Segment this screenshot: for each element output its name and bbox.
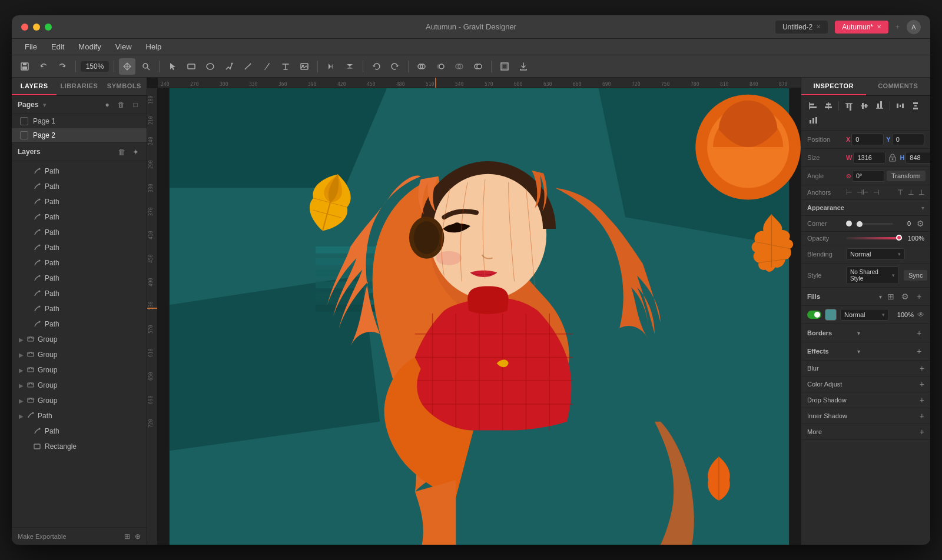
borders-add-icon[interactable]: + bbox=[914, 328, 924, 338]
anchor-center-h-icon[interactable]: ⊣⊢ bbox=[857, 188, 868, 196]
undo-button[interactable] bbox=[35, 58, 52, 75]
tab-untitled[interactable]: Untitled-2 ✕ bbox=[775, 21, 828, 34]
menu-edit[interactable]: Edit bbox=[45, 41, 70, 53]
tab-comments[interactable]: COMMENTS bbox=[866, 78, 931, 95]
layer-path-11[interactable]: Path bbox=[12, 316, 147, 332]
redo-button[interactable] bbox=[54, 58, 71, 75]
fill-toggle[interactable] bbox=[807, 311, 821, 319]
bool-difference-button[interactable] bbox=[470, 58, 486, 75]
tab-symbols[interactable]: SYMBOLS bbox=[102, 78, 147, 95]
layer-path-6[interactable]: Path bbox=[12, 240, 147, 255]
layer-group-3[interactable]: ▶ Group bbox=[12, 362, 147, 378]
layer-path-3[interactable]: Path bbox=[12, 194, 147, 209]
tab-inspector[interactable]: INSPECTOR bbox=[801, 78, 866, 95]
type-tool-button[interactable] bbox=[277, 58, 294, 75]
align-middle-v-button[interactable] bbox=[857, 99, 871, 112]
inner-shadow-row[interactable]: Inner Shadow + bbox=[801, 408, 930, 424]
layer-group-5[interactable]: ▶ Group bbox=[12, 393, 147, 408]
layer-group-4[interactable]: ▶ Group bbox=[12, 378, 147, 393]
transform-button[interactable]: Transform bbox=[887, 171, 926, 181]
angle-input[interactable] bbox=[852, 170, 884, 182]
fills-add-icon[interactable]: + bbox=[914, 291, 924, 302]
fill-type-select[interactable]: Normal ▾ bbox=[840, 309, 889, 321]
bezier-tool-button[interactable] bbox=[240, 58, 256, 75]
add-tab-icon[interactable]: + bbox=[895, 23, 900, 31]
page-add-icon[interactable]: □ bbox=[130, 99, 141, 110]
blending-select[interactable]: Normal ▾ bbox=[846, 248, 905, 260]
close-button[interactable] bbox=[21, 24, 28, 31]
zoom-tool-button[interactable] bbox=[138, 58, 154, 75]
maximize-button[interactable] bbox=[45, 24, 52, 31]
minimize-button[interactable] bbox=[33, 24, 40, 31]
page-visible-icon[interactable]: ● bbox=[102, 99, 112, 110]
position-x-input[interactable] bbox=[851, 134, 884, 145]
color-adjust-row[interactable]: Color Adjust + bbox=[801, 376, 930, 392]
layer-path-4[interactable]: Path bbox=[12, 209, 147, 225]
sync-button[interactable]: Sync bbox=[904, 270, 927, 281]
layer-rectangle[interactable]: Rectangle bbox=[12, 439, 147, 454]
align-center-h-button[interactable] bbox=[821, 99, 835, 112]
inner-shadow-add-icon[interactable]: + bbox=[920, 411, 924, 421]
layer-path-8[interactable]: Path bbox=[12, 271, 147, 286]
fill-color-swatch[interactable] bbox=[825, 309, 837, 321]
menu-view[interactable]: View bbox=[110, 41, 138, 53]
fills-gear-icon[interactable]: ⚙ bbox=[900, 291, 910, 302]
layer-path-12[interactable]: Path bbox=[12, 424, 147, 439]
fills-copy-icon[interactable]: ⊞ bbox=[885, 291, 896, 302]
color-adjust-add-icon[interactable]: + bbox=[920, 379, 924, 389]
drop-shadow-row[interactable]: Drop Shadow + bbox=[801, 392, 930, 408]
position-y-input[interactable] bbox=[892, 134, 924, 145]
style-select[interactable]: No Shared Style ▾ bbox=[846, 266, 899, 284]
distribute-v-button[interactable] bbox=[908, 99, 923, 112]
pen-tool-button[interactable] bbox=[221, 58, 237, 75]
borders-chevron[interactable]: ▾ bbox=[857, 330, 860, 336]
menu-help[interactable]: Help bbox=[140, 41, 168, 53]
opacity-slider[interactable] bbox=[846, 237, 902, 239]
tab-layers[interactable]: LAYERS bbox=[12, 78, 57, 95]
layer-add-icon[interactable]: ✦ bbox=[130, 146, 141, 157]
export-frame-icon[interactable]: ⊞ bbox=[124, 532, 130, 541]
more-add-icon[interactable]: + bbox=[920, 427, 924, 436]
image-tool-button[interactable] bbox=[296, 58, 313, 75]
appearance-section[interactable]: Appearance ▾ bbox=[801, 200, 930, 216]
flip-h-button[interactable] bbox=[323, 58, 339, 75]
tab-close-icon[interactable]: ✕ bbox=[816, 24, 821, 30]
layer-delete-icon[interactable]: 🗑 bbox=[116, 146, 127, 157]
page-2-item[interactable]: Page 2 bbox=[12, 128, 147, 142]
bool-intersect-button[interactable] bbox=[451, 58, 467, 75]
page-1-item[interactable]: Page 1 bbox=[12, 114, 147, 128]
anchor-center-v-icon[interactable]: ⊥ bbox=[908, 188, 914, 196]
more-row[interactable]: More + bbox=[801, 424, 930, 440]
frame-button[interactable] bbox=[496, 58, 513, 75]
corner-options-icon[interactable]: ⚙ bbox=[917, 219, 924, 228]
align-bottom-button[interactable] bbox=[873, 99, 887, 112]
size-h-input[interactable] bbox=[905, 152, 930, 164]
layer-path-1[interactable]: Path bbox=[12, 164, 147, 179]
flip-v-button[interactable] bbox=[341, 58, 358, 75]
layer-group-1[interactable]: ▶ Group bbox=[12, 332, 147, 347]
save-button[interactable] bbox=[16, 58, 33, 75]
layer-group-2[interactable]: ▶ Group bbox=[12, 347, 147, 362]
anchor-bottom-icon[interactable]: ⊥ bbox=[918, 188, 924, 196]
canvas-content[interactable] bbox=[158, 88, 801, 545]
layer-path-2[interactable]: Path bbox=[12, 179, 147, 194]
lock-ratio-icon[interactable] bbox=[888, 154, 897, 162]
layer-path-10[interactable]: Path bbox=[12, 301, 147, 316]
fills-chevron[interactable]: ▾ bbox=[879, 294, 882, 300]
chart-button[interactable] bbox=[806, 114, 820, 126]
fill-visibility-icon[interactable]: 👁 bbox=[917, 311, 924, 319]
blur-add-icon[interactable]: + bbox=[920, 364, 924, 373]
anchor-left-icon[interactable]: ⊢ bbox=[846, 188, 852, 196]
rect-tool-button[interactable] bbox=[183, 58, 200, 75]
corner-slider[interactable] bbox=[855, 223, 893, 225]
align-top-button[interactable] bbox=[842, 99, 856, 112]
layer-path-group[interactable]: ▶ Path bbox=[12, 408, 147, 424]
move-tool-button[interactable] bbox=[119, 58, 135, 75]
undo2-button[interactable] bbox=[368, 58, 384, 75]
size-w-input[interactable] bbox=[853, 152, 885, 164]
page-delete-icon[interactable]: 🗑 bbox=[116, 99, 127, 110]
bool-union-button[interactable] bbox=[413, 58, 430, 75]
layer-path-9[interactable]: Path bbox=[12, 286, 147, 301]
anchor-right-icon[interactable]: ⊣ bbox=[873, 188, 879, 196]
drop-shadow-add-icon[interactable]: + bbox=[920, 395, 924, 405]
